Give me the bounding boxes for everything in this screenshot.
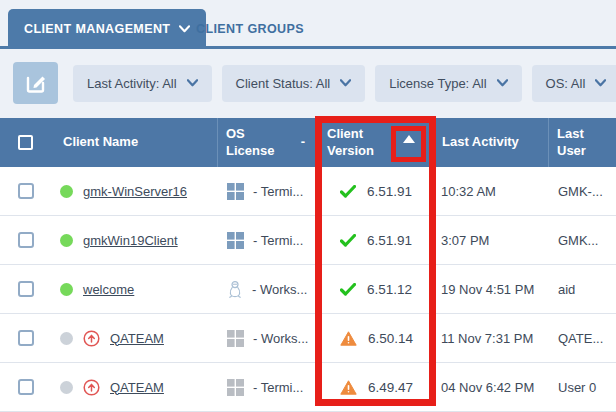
select-all-checkbox[interactable] [18, 135, 33, 150]
table-row: gmk-WinServer16 - Termi... 6.51.91 10:32… [0, 167, 616, 216]
header-client-name[interactable]: Client Name [55, 118, 217, 167]
filter-os[interactable]: OS: All [532, 65, 616, 102]
filter-os-label: OS: All [546, 76, 586, 91]
header-last-activity-label: Last Activity [442, 134, 519, 150]
client-name-link[interactable]: QATEAM [110, 331, 164, 346]
header-select-all [0, 118, 55, 167]
client-version-value: 6.51.91 [367, 184, 412, 199]
last-user-value: GMK... [548, 233, 616, 248]
row-checkbox[interactable] [18, 281, 34, 297]
warning-icon [340, 380, 357, 395]
tab-client-management-label: CLIENT MANAGEMENT [24, 22, 170, 36]
tab-client-groups[interactable]: CLIENT GROUPS [196, 9, 304, 49]
chevron-down-icon [179, 25, 190, 33]
status-offline-icon [60, 332, 73, 345]
header-client-version-label: ClientVersion [327, 126, 374, 159]
filter-toolbar: Last Activity: All Client Status: All Li… [13, 62, 616, 104]
table-row: QATEAM - Works... 6.50.14 11 Nov 7: [0, 314, 616, 363]
header-last-activity[interactable]: Last Activity [433, 118, 548, 167]
last-activity-value: 04 Nov 6:42 PM [433, 380, 548, 395]
license-text: - Works... [252, 282, 307, 297]
chevron-down-icon [187, 79, 198, 87]
last-user-value: aid [548, 282, 616, 297]
filter-license-type-label: License Type: All [389, 76, 486, 91]
row-checkbox[interactable] [18, 232, 34, 248]
client-name-link[interactable]: gmk-WinServer16 [83, 184, 187, 199]
chevron-down-icon [497, 79, 508, 87]
license-text: - Termi... [253, 233, 303, 248]
windows-icon [227, 330, 244, 347]
table-header-row: Client Name OSLicense - ClientVersion La… [0, 118, 616, 167]
linux-tux-icon [227, 280, 243, 298]
last-user-value: User 0 [548, 380, 616, 395]
tab-bar: CLIENT MANAGEMENT CLIENT GROUPS [0, 0, 616, 49]
filter-license-type[interactable]: License Type: All [375, 65, 521, 102]
chevron-down-icon [595, 79, 606, 87]
last-activity-value: 19 Nov 4:51 PM [433, 282, 548, 297]
table-body: gmk-WinServer16 - Termi... 6.51.91 10:32… [0, 167, 616, 412]
status-offline-icon [60, 381, 73, 394]
license-text: - Works... [253, 331, 308, 346]
status-online-icon [60, 283, 73, 296]
header-client-name-label: Client Name [63, 134, 138, 150]
check-icon [340, 234, 356, 247]
edit-button[interactable] [13, 62, 58, 104]
update-available-icon [83, 330, 100, 347]
tab-divider [0, 46, 616, 49]
windows-icon [227, 379, 244, 396]
row-checkbox[interactable] [18, 183, 34, 199]
row-checkbox[interactable] [18, 379, 34, 395]
chevron-down-icon [340, 79, 351, 87]
check-icon [340, 283, 356, 296]
row-checkbox[interactable] [18, 330, 34, 346]
status-online-icon [60, 185, 73, 198]
header-os-license[interactable]: OSLicense - [217, 118, 318, 167]
sort-ascending-icon[interactable] [403, 135, 415, 143]
status-online-icon [60, 234, 73, 247]
filter-last-activity[interactable]: Last Activity: All [73, 65, 212, 102]
header-os-dash: - [301, 134, 305, 150]
license-text: - Termi... [253, 380, 303, 395]
table-row: welcome - Works... 6.51.12 [0, 265, 616, 314]
client-name-link[interactable]: gmkWin19Client [83, 233, 178, 248]
windows-icon [227, 183, 244, 200]
client-version-value: 6.51.12 [367, 282, 412, 297]
table-row: gmkWin19Client - Termi... 6.51.91 3:07 P… [0, 216, 616, 265]
warning-icon [340, 331, 357, 346]
tab-client-management[interactable]: CLIENT MANAGEMENT [8, 9, 206, 49]
last-activity-value: 11 Nov 7:31 PM [433, 331, 548, 346]
check-icon [340, 185, 356, 198]
last-user-value: GMK-... [548, 184, 616, 199]
windows-icon [227, 232, 244, 249]
filter-chips: Last Activity: All Client Status: All Li… [73, 65, 616, 102]
filter-last-activity-label: Last Activity: All [87, 76, 177, 91]
client-version-value: 6.50.14 [368, 331, 413, 346]
client-version-value: 6.51.91 [367, 233, 412, 248]
last-activity-value: 10:32 AM [433, 184, 548, 199]
client-table: Client Name OSLicense - ClientVersion La… [0, 118, 616, 412]
license-text: - Termi... [253, 184, 303, 199]
pencil-square-icon [25, 72, 47, 94]
last-activity-value: 3:07 PM [433, 233, 548, 248]
update-available-icon [83, 379, 100, 396]
filter-client-status-label: Client Status: All [236, 76, 331, 91]
header-last-user-label: LastUser [557, 126, 586, 159]
header-os-license-label: OSLicense [226, 126, 274, 159]
header-last-user[interactable]: LastUser [548, 118, 616, 167]
client-name-link[interactable]: welcome [83, 282, 134, 297]
tab-client-groups-label: CLIENT GROUPS [196, 22, 304, 36]
last-user-value: QATE... [548, 331, 616, 346]
header-client-version[interactable]: ClientVersion [318, 118, 433, 167]
client-name-link[interactable]: QATEAM [110, 380, 164, 395]
filter-client-status[interactable]: Client Status: All [222, 65, 366, 102]
table-row: QATEAM - Termi... 6.49.47 04 Nov 6: [0, 363, 616, 412]
client-version-value: 6.49.47 [368, 380, 413, 395]
